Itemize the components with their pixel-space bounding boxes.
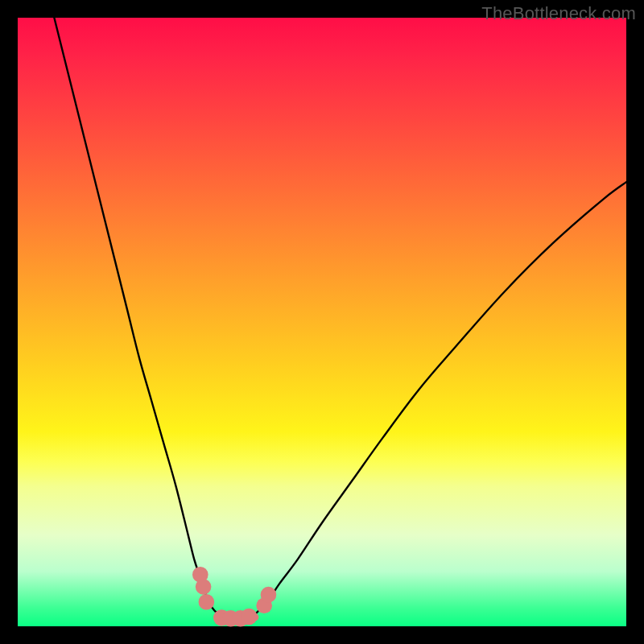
curve-marker (196, 579, 212, 595)
bottleneck-curve-svg (18, 18, 626, 626)
curve-marker (241, 609, 257, 625)
curve-marker (261, 587, 277, 603)
watermark-text: TheBottleneck.com (481, 3, 636, 24)
chart-frame: TheBottleneck.com (0, 0, 644, 644)
bottleneck-curve (54, 18, 626, 618)
plot-area (18, 18, 626, 626)
curve-markers (192, 567, 276, 626)
curve-marker (199, 594, 215, 610)
